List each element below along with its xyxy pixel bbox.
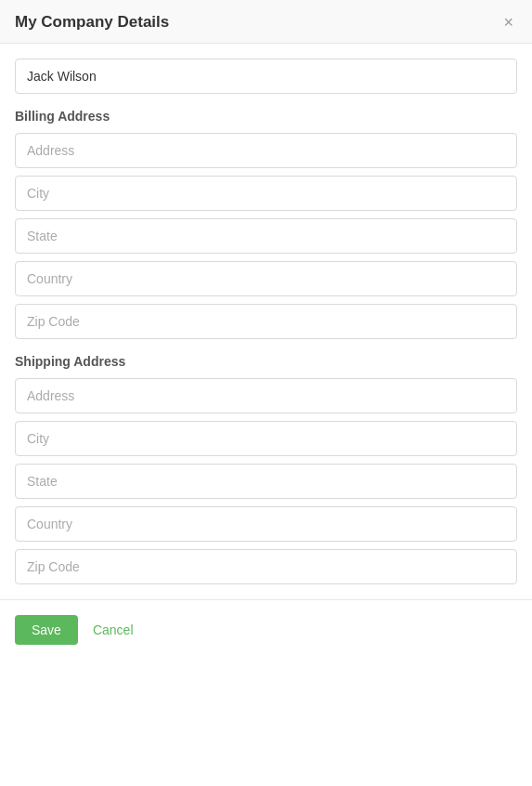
shipping-address-field	[15, 378, 517, 413]
shipping-country-field	[15, 506, 517, 542]
shipping-address-input[interactable]	[15, 378, 517, 413]
billing-address-label: Billing Address	[15, 109, 517, 124]
billing-zip-field	[15, 304, 517, 339]
save-button[interactable]: Save	[15, 615, 78, 645]
modal: My Company Details × Billing Address	[0, 0, 532, 786]
billing-address-section: Billing Address	[15, 109, 517, 339]
shipping-city-field	[15, 421, 517, 456]
modal-body: Billing Address Shipping Address	[0, 44, 532, 584]
billing-country-input[interactable]	[15, 261, 517, 296]
shipping-address-label: Shipping Address	[15, 354, 517, 369]
billing-state-field	[15, 218, 517, 254]
close-button[interactable]: ×	[500, 14, 517, 31]
shipping-city-input[interactable]	[15, 421, 517, 456]
shipping-state-field	[15, 464, 517, 499]
company-name-input[interactable]	[15, 59, 517, 94]
shipping-zip-field	[15, 549, 517, 584]
billing-address-field	[15, 133, 517, 168]
shipping-zip-input[interactable]	[15, 549, 517, 584]
shipping-country-input[interactable]	[15, 506, 517, 542]
modal-footer: Save Cancel	[0, 599, 532, 660]
billing-state-input[interactable]	[15, 218, 517, 254]
shipping-address-section: Shipping Address	[15, 354, 517, 584]
shipping-state-input[interactable]	[15, 464, 517, 499]
billing-city-input[interactable]	[15, 176, 517, 211]
modal-header: My Company Details ×	[0, 0, 532, 44]
billing-address-input[interactable]	[15, 133, 517, 168]
billing-country-field	[15, 261, 517, 296]
modal-title: My Company Details	[15, 13, 169, 32]
company-name-field	[15, 59, 517, 94]
billing-zip-input[interactable]	[15, 304, 517, 339]
cancel-button[interactable]: Cancel	[89, 615, 137, 645]
billing-city-field	[15, 176, 517, 211]
